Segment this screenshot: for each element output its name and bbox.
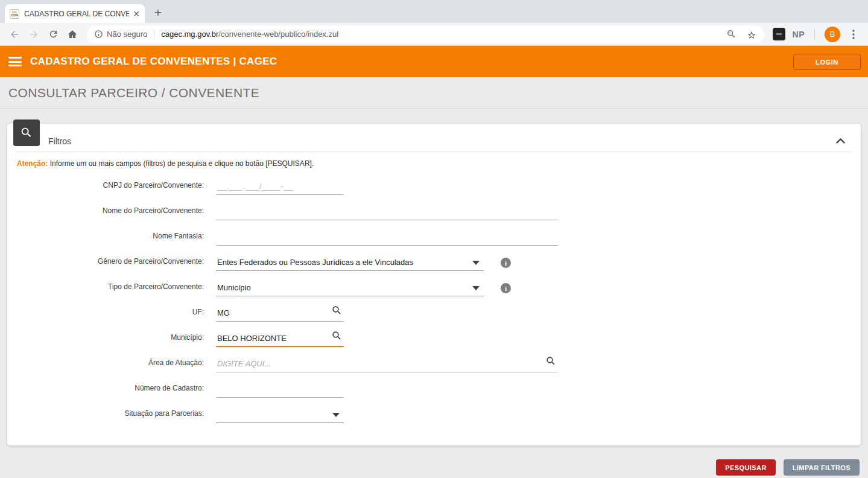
genero-label: Gênero de Parceiro/Convenente:: [7, 257, 216, 271]
url-domain: cagec.mg.gov.br: [161, 30, 218, 39]
field-row-genero: Gênero de Parceiro/Convenente: Entes Fed…: [7, 253, 861, 271]
notice-label: Atenção:: [17, 159, 48, 168]
url-path: /convenente-web/publico/index.zul: [218, 30, 338, 39]
clear-filters-button[interactable]: LIMPAR FILTROS: [784, 459, 860, 476]
profile-avatar[interactable]: B: [825, 27, 840, 42]
app-title: CADASTRO GERAL DE CONVENENTES | CAGEC: [30, 56, 277, 68]
area-search-icon[interactable]: [545, 355, 557, 369]
toolbar-divider: [814, 29, 815, 40]
favicon-text-bottom: CON: [11, 14, 17, 17]
genero-select[interactable]: Entes Federados ou Pessoas Jurídicas a e…: [216, 255, 484, 271]
url-text: cagec.mg.gov.br/convenente-web/publico/i…: [161, 30, 338, 39]
uf-search-icon[interactable]: [331, 305, 343, 319]
app-header: CADASTRO GERAL DE CONVENENTES | CAGEC LO…: [0, 46, 868, 77]
notice-text: Informe um ou mais campos (filtros) de p…: [48, 159, 314, 168]
genero-value: Entes Federados ou Pessoas Jurídicas a e…: [217, 258, 413, 267]
search-button[interactable]: PESQUISAR: [716, 459, 775, 476]
bookmark-star-icon[interactable]: [746, 29, 757, 40]
browser-toolbar: Não seguro cagec.mg.gov.br/convenente-we…: [0, 23, 868, 46]
nome-label: Nome do Parceiro/Convenente:: [7, 206, 216, 220]
form-actions: PESQUISAR LIMPAR FILTROS: [7, 459, 861, 476]
filters-panel: Filtros Atenção: Informe um ou mais camp…: [7, 124, 861, 445]
extensions-area: new NP B: [773, 26, 860, 43]
page-title-band: CONSULTAR PARCEIRO / CONVENENTE: [0, 77, 868, 109]
fantasia-label: Nome Fantasia:: [7, 232, 216, 246]
extension-new-icon[interactable]: new: [773, 28, 785, 40]
search-badge-icon: [13, 119, 40, 146]
field-row-tipo: Tipo de Parceiro/Convenente: Município i: [7, 279, 861, 296]
security-label: Não seguro: [107, 30, 147, 39]
field-row-situacao: Situação para Parcerias:: [7, 406, 861, 423]
field-row-fantasia: Nome Fantasia:: [7, 228, 861, 246]
back-icon[interactable]: [6, 26, 23, 43]
field-row-uf: UF:: [7, 304, 861, 322]
numero-label: Número de Cadastro:: [7, 384, 216, 398]
uf-label: UF:: [7, 308, 216, 322]
municipio-input[interactable]: [216, 331, 344, 347]
field-row-cnpj: CNPJ do Parceiro/Convenente:: [7, 177, 861, 195]
filters-form: CNPJ do Parceiro/Convenente: Nome do Par…: [7, 169, 861, 445]
municipio-label: Município:: [7, 333, 216, 347]
tab-strip: SIG CON CADASTRO GERAL DE CONVE ✕ +: [0, 0, 868, 23]
field-row-area: Área de Atuação:: [7, 355, 861, 372]
new-tab-button[interactable]: +: [150, 4, 166, 21]
forward-icon[interactable]: [25, 26, 42, 43]
field-row-nome: Nome do Parceiro/Convenente:: [7, 203, 861, 220]
municipio-search-icon[interactable]: [331, 330, 343, 344]
tab-close-icon[interactable]: ✕: [133, 10, 140, 18]
area-input[interactable]: [216, 357, 558, 372]
nome-input[interactable]: [216, 205, 558, 220]
tipo-select[interactable]: Município: [216, 281, 484, 296]
site-favicon-icon: SIG CON: [10, 9, 19, 19]
omnibox-divider: [154, 30, 154, 39]
filters-header: Filtros: [17, 124, 851, 152]
browser-tab[interactable]: SIG CON CADASTRO GERAL DE CONVE ✕: [5, 4, 145, 23]
tipo-info-icon[interactable]: i: [501, 283, 511, 293]
fantasia-input[interactable]: [216, 230, 558, 246]
tipo-value: Município: [217, 283, 251, 292]
tab-title: CADASTRO GERAL DE CONVE: [24, 10, 129, 18]
home-icon[interactable]: [64, 26, 81, 43]
caret-down-icon: [472, 286, 480, 290]
filters-title: Filtros: [48, 136, 71, 146]
field-row-numero: Número de Cadastro:: [7, 380, 861, 398]
situacao-select[interactable]: [216, 407, 344, 423]
tipo-label: Tipo de Parceiro/Convenente:: [7, 282, 216, 296]
cnpj-input[interactable]: [216, 179, 344, 195]
field-row-municipio: Município:: [7, 330, 861, 347]
login-button[interactable]: LOGIN: [793, 54, 861, 70]
collapse-chevron-icon[interactable]: [836, 135, 849, 146]
caret-down-icon: [332, 413, 340, 417]
numero-input[interactable]: [216, 382, 344, 398]
info-icon[interactable]: [94, 30, 103, 39]
browser-chrome: SIG CON CADASTRO GERAL DE CONVE ✕ + Não …: [0, 0, 868, 46]
page-title: CONSULTAR PARCEIRO / CONVENENTE: [8, 86, 259, 100]
uf-input[interactable]: [216, 306, 344, 322]
area-label: Área de Atuação:: [7, 358, 216, 372]
caret-down-icon: [472, 261, 480, 265]
extension-new-label: new: [776, 32, 781, 36]
address-bar[interactable]: Não seguro cagec.mg.gov.br/convenente-we…: [87, 26, 764, 43]
extension-np-icon[interactable]: NP: [793, 30, 805, 39]
hamburger-menu-icon[interactable]: [8, 57, 22, 66]
reload-icon[interactable]: [45, 26, 62, 43]
situacao-label: Situação para Parcerias:: [7, 409, 216, 423]
zoom-out-icon[interactable]: [726, 29, 737, 39]
cnpj-label: CNPJ do Parceiro/Convenente:: [7, 181, 216, 195]
filters-notice: Atenção: Informe um ou mais campos (filt…: [7, 152, 861, 169]
genero-info-icon[interactable]: i: [501, 258, 511, 268]
browser-menu-icon[interactable]: [847, 26, 860, 43]
